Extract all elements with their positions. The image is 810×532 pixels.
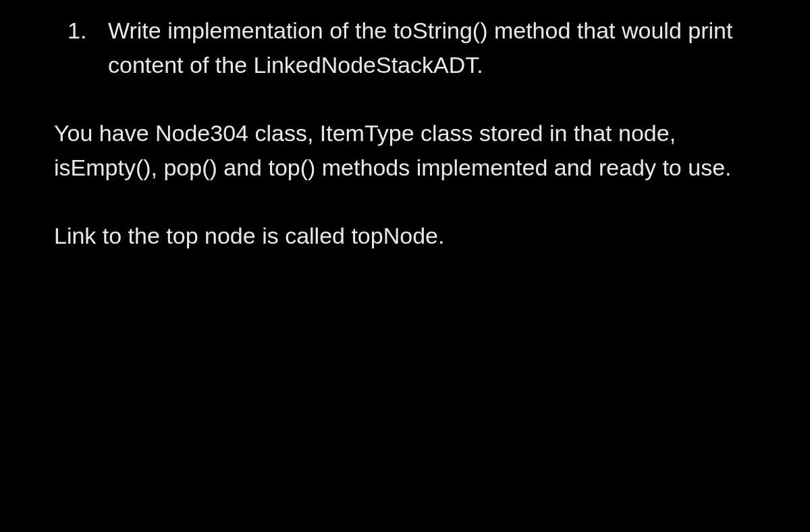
numbered-list-item: 1. Write implementation of the toString(…	[54, 14, 756, 82]
paragraph-hint: Link to the top node is called topNode.	[54, 219, 756, 253]
list-content: Write implementation of the toString() m…	[108, 14, 756, 82]
paragraph-context: You have Node304 class, ItemType class s…	[54, 116, 756, 185]
list-number: 1.	[68, 14, 108, 82]
